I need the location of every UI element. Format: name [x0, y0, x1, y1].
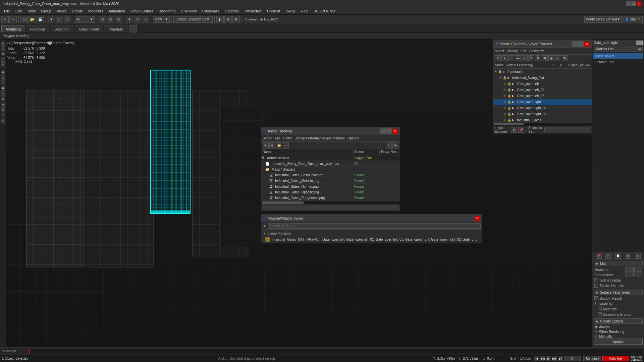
viewport[interactable]: [+][Perspective][Standard][Edged Faces] … [6, 40, 592, 347]
move-btn[interactable]: ✛ [126, 16, 133, 23]
scale-btn[interactable]: ⤡ [142, 16, 149, 23]
play-prev-btn[interactable]: |◀ [534, 356, 539, 361]
menu-item-tools[interactable]: Tools [24, 8, 39, 14]
workspace-dropdown[interactable]: Workspaces: Default ▼ [584, 16, 622, 23]
play-forward-btn[interactable]: ▶▶ [552, 356, 557, 361]
at-row-0[interactable]: 🏛 Autodesk Vault Logged Out ... [261, 155, 400, 161]
menu-item-help[interactable]: Help [298, 8, 311, 14]
update-options-header[interactable]: ► Update Options [594, 318, 643, 324]
se-list[interactable]: 👁 🔒 ⊕ 0 (default) · · 👁 🔒 ▣ Industrial_S… [493, 69, 592, 122]
tab-populate[interactable]: Populate [104, 25, 127, 33]
always-radio[interactable] [594, 325, 598, 328]
se-row-3[interactable]: 👁 🔒 ◆ Gate_open left_02 · · [493, 87, 592, 93]
left-tool-8[interactable]: ○ [1, 80, 5, 85]
at-browse-btn[interactable]: 📂 [276, 142, 282, 148]
undo-button[interactable]: ↩ [1, 16, 9, 23]
at-row-7[interactable]: 🖼 Industrial_Gates_Ruughness.png Found [261, 195, 400, 201]
isoline-checkbox[interactable] [594, 278, 598, 282]
menu-item-3dground[interactable]: 3DGROUND [311, 8, 337, 14]
left-tool-6[interactable]: ▣ [1, 70, 5, 74]
menu-item-scripting[interactable]: Scripting [222, 8, 242, 14]
time-input[interactable] [564, 356, 581, 361]
se-close-btn[interactable]: ✕ [584, 41, 590, 47]
menu-item-file[interactable]: File [1, 8, 13, 14]
mb-search-input[interactable] [268, 223, 481, 229]
se-opt-btn[interactable]: ≡ [555, 55, 561, 61]
se-row-4[interactable]: 👁 🔒 ◆ Gate_open left_03 · · [493, 93, 592, 99]
menu-item-group[interactable]: Group [38, 8, 54, 14]
se-row-8[interactable]: 👁 🔒 ◆ Industrial_Gates · · [493, 117, 592, 122]
menu-item-civil-view[interactable]: Civil View [178, 8, 199, 14]
play-btn[interactable]: ▶ [546, 356, 551, 361]
key-filters-btn[interactable]: Key Filters... [637, 356, 642, 361]
menu-item-modifiers[interactable]: Modifiers [86, 8, 106, 14]
menu-item-edit[interactable]: Edit [13, 8, 24, 14]
mod-pin-icon[interactable]: 📌 [596, 253, 602, 259]
se-highlight-btn[interactable]: ✦ [501, 55, 507, 61]
link-btn[interactable]: ⬡ [99, 16, 106, 23]
left-tool-9[interactable]: ⬢ [1, 86, 5, 90]
mb-scene-header[interactable]: ▼ Scene Materials [263, 230, 481, 236]
se-row-2[interactable]: 👁 🔒 ◆ Gate_open left · · [493, 81, 592, 87]
menu-item-content[interactable]: Content [264, 8, 283, 14]
se-collapse-btn[interactable]: ⊟ [542, 55, 548, 61]
left-tool-4[interactable]: ⬡ [1, 57, 5, 62]
at-menu-file[interactable]: File [275, 136, 280, 140]
tab-modeling[interactable]: Modeling [1, 25, 25, 33]
menu-item-create[interactable]: Create [69, 8, 86, 14]
update-button[interactable]: Update [594, 339, 643, 345]
se-scrollbar-h[interactable] [493, 122, 592, 126]
at-settings-btn[interactable]: ⚙ [392, 142, 398, 148]
select-btn[interactable]: ✦ [48, 16, 55, 23]
materials-checkbox[interactable] [598, 307, 602, 311]
left-tool-12[interactable]: ◈ [1, 102, 5, 107]
play-next-btn[interactable]: ▶| [558, 356, 563, 361]
left-tool-10[interactable]: ✂ [1, 91, 5, 96]
tab-object-paint[interactable]: Object Paint [75, 25, 104, 33]
left-tool-11[interactable]: ⊘ [1, 97, 5, 101]
maximize-button[interactable]: □ [631, 1, 636, 6]
se-menu-customize[interactable]: Customize [529, 49, 545, 53]
at-minimize-btn[interactable]: — [380, 128, 386, 134]
se-link-btn[interactable]: ↗ [522, 55, 528, 61]
at-close-btn[interactable]: ✕ [392, 128, 398, 134]
at-row-5[interactable]: 🖼 Industrial_Gates_Normal.png Found [261, 184, 400, 189]
render-iters-value[interactable]: 2 [625, 273, 642, 277]
timeline-track[interactable] [29, 349, 643, 354]
se-layer-explorer-label[interactable]: Layer Explorer [495, 126, 509, 133]
save-button[interactable]: 💾 [37, 16, 44, 23]
sign-in-btn[interactable]: 👤 Sign In [623, 16, 643, 23]
view-dropdown[interactable]: View ▼ [153, 16, 170, 23]
modifier-turbosmooth[interactable]: TurboSmooth [593, 53, 643, 59]
se-row-5[interactable]: 👁 🔒 ◆ Gate_open right · · [493, 99, 592, 105]
new-button[interactable]: ☐ [20, 16, 28, 23]
se-filter-btn[interactable]: ▽ [495, 55, 501, 61]
at-help-btn[interactable]: ? [386, 142, 392, 148]
se-search-btn[interactable]: 🔍 [562, 55, 568, 61]
tab-more-btn[interactable]: + [129, 25, 137, 33]
smooth-result-checkbox[interactable] [594, 296, 598, 300]
at-row-6[interactable]: 🖼 Industrial_Gates_Opacity.png Found [261, 189, 400, 195]
mirror-btn[interactable]: ◧ [216, 16, 224, 23]
at-scrollbar-h[interactable] [261, 201, 400, 204]
se-expand-btn[interactable]: ⊞ [535, 55, 541, 61]
create-selection-button[interactable]: Create Selection Se ▼ [173, 16, 213, 23]
at-row-2[interactable]: 📁 Maps / Shaders [261, 167, 400, 172]
at-refresh-btn[interactable]: ⟳ [263, 142, 269, 148]
mod-paste-icon[interactable]: 📋 [615, 253, 621, 259]
open-button[interactable]: 📂 [29, 16, 36, 23]
menu-item-graph-editors[interactable]: Graph Editors [128, 8, 156, 14]
modifier-list-dropdown[interactable]: Modifier List [594, 47, 643, 52]
se-sync-btn[interactable]: ⟳ [528, 55, 534, 61]
smoothing-checkbox[interactable] [598, 312, 602, 316]
at-row-4[interactable]: 🖼 Industrial_Gates_Metallic.png Found [261, 178, 400, 184]
rotate-btn[interactable]: ↻ [134, 16, 141, 23]
lasso-btn[interactable]: ◌ [64, 16, 71, 23]
left-tool-13[interactable]: ⊛ [1, 107, 5, 112]
at-list-btn[interactable]: ≡ [283, 142, 289, 148]
manually-radio[interactable] [594, 335, 598, 338]
autokey-btn[interactable]: Auto Key [602, 356, 629, 361]
left-tool-1[interactable]: ⊕ [1, 41, 5, 46]
menu-item-v-ray[interactable]: V-Ray [283, 8, 298, 14]
array-btn[interactable]: ⊞ [224, 16, 232, 23]
